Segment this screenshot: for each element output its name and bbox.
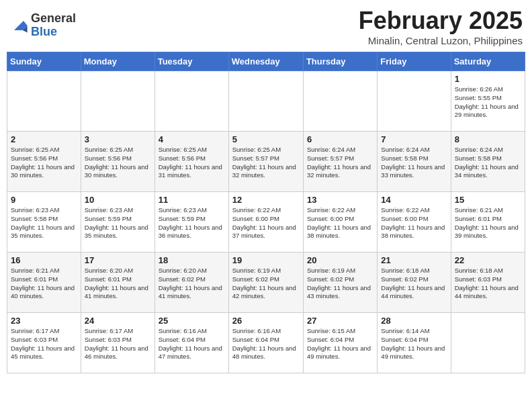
day-number: 2 [11, 134, 77, 144]
day-number: 25 [159, 316, 225, 326]
day-info: Sunrise: 6:20 AM Sunset: 6:02 PM Dayligh… [159, 267, 225, 301]
calendar-cell [451, 313, 525, 373]
day-number: 11 [159, 195, 225, 205]
calendar-cell: 2Sunrise: 6:25 AM Sunset: 5:56 PM Daylig… [7, 132, 81, 192]
location-subtitle: Minalin, Central Luzon, Philippines [359, 35, 523, 46]
calendar-cell [81, 71, 154, 132]
day-number: 3 [85, 134, 151, 144]
week-row-3: 9Sunrise: 6:23 AM Sunset: 5:58 PM Daylig… [7, 192, 525, 253]
calendar-cell: 22Sunrise: 6:18 AM Sunset: 6:03 PM Dayli… [451, 253, 525, 313]
calendar-cell: 7Sunrise: 6:24 AM Sunset: 5:58 PM Daylig… [378, 132, 451, 192]
calendar-cell [378, 71, 451, 132]
calendar-cell: 13Sunrise: 6:22 AM Sunset: 6:00 PM Dayli… [303, 192, 377, 253]
page-header: General Blue February 2025 Minalin, Cent… [7, 7, 525, 46]
calendar-cell: 28Sunrise: 6:14 AM Sunset: 6:04 PM Dayli… [378, 313, 451, 373]
weekday-header-wednesday: Wednesday [228, 52, 303, 71]
week-row-2: 2Sunrise: 6:25 AM Sunset: 5:56 PM Daylig… [7, 132, 525, 192]
day-number: 12 [232, 195, 300, 205]
day-info: Sunrise: 6:23 AM Sunset: 5:59 PM Dayligh… [85, 206, 151, 240]
title-block: February 2025 Minalin, Central Luzon, Ph… [359, 7, 523, 46]
day-info: Sunrise: 6:24 AM Sunset: 5:58 PM Dayligh… [455, 146, 521, 180]
calendar-cell: 5Sunrise: 6:25 AM Sunset: 5:57 PM Daylig… [228, 132, 303, 192]
day-number: 15 [455, 195, 521, 205]
calendar-cell: 9Sunrise: 6:23 AM Sunset: 5:58 PM Daylig… [7, 192, 81, 253]
day-number: 13 [307, 195, 373, 205]
day-info: Sunrise: 6:22 AM Sunset: 6:00 PM Dayligh… [232, 206, 300, 240]
day-number: 4 [159, 134, 225, 144]
day-info: Sunrise: 6:17 AM Sunset: 6:03 PM Dayligh… [11, 327, 77, 361]
calendar-cell: 18Sunrise: 6:20 AM Sunset: 6:02 PM Dayli… [154, 253, 228, 313]
calendar-cell: 4Sunrise: 6:25 AM Sunset: 5:56 PM Daylig… [154, 132, 228, 192]
day-info: Sunrise: 6:20 AM Sunset: 6:01 PM Dayligh… [85, 267, 151, 301]
day-number: 21 [381, 255, 447, 265]
day-number: 5 [232, 134, 300, 144]
weekday-header-friday: Friday [378, 52, 451, 71]
day-info: Sunrise: 6:24 AM Sunset: 5:57 PM Dayligh… [307, 146, 373, 180]
day-info: Sunrise: 6:21 AM Sunset: 6:01 PM Dayligh… [455, 206, 521, 240]
calendar-cell: 16Sunrise: 6:21 AM Sunset: 6:01 PM Dayli… [7, 253, 81, 313]
calendar-cell: 6Sunrise: 6:24 AM Sunset: 5:57 PM Daylig… [303, 132, 377, 192]
weekday-header-sunday: Sunday [7, 52, 81, 71]
calendar-cell: 17Sunrise: 6:20 AM Sunset: 6:01 PM Dayli… [81, 253, 154, 313]
day-info: Sunrise: 6:18 AM Sunset: 6:03 PM Dayligh… [455, 267, 521, 301]
logo-blue-text: Blue [31, 26, 76, 39]
day-number: 9 [11, 195, 77, 205]
calendar-cell: 26Sunrise: 6:16 AM Sunset: 6:04 PM Dayli… [228, 313, 303, 373]
day-number: 8 [455, 134, 521, 144]
day-info: Sunrise: 6:16 AM Sunset: 6:04 PM Dayligh… [232, 327, 300, 361]
calendar-table: SundayMondayTuesdayWednesdayThursdayFrid… [7, 52, 525, 373]
day-info: Sunrise: 6:21 AM Sunset: 6:01 PM Dayligh… [11, 267, 77, 301]
calendar-cell: 27Sunrise: 6:15 AM Sunset: 6:04 PM Dayli… [303, 313, 377, 373]
calendar-cell: 14Sunrise: 6:22 AM Sunset: 6:00 PM Dayli… [378, 192, 451, 253]
day-number: 23 [11, 316, 77, 326]
calendar-cell: 20Sunrise: 6:19 AM Sunset: 6:02 PM Dayli… [303, 253, 377, 313]
week-row-1: 1Sunrise: 6:26 AM Sunset: 5:55 PM Daylig… [7, 71, 525, 132]
day-info: Sunrise: 6:24 AM Sunset: 5:58 PM Dayligh… [381, 146, 447, 180]
weekday-header-tuesday: Tuesday [154, 52, 228, 71]
day-number: 19 [232, 255, 300, 265]
day-number: 26 [232, 316, 300, 326]
week-row-5: 23Sunrise: 6:17 AM Sunset: 6:03 PM Dayli… [7, 313, 525, 373]
weekday-header-saturday: Saturday [451, 52, 525, 71]
day-info: Sunrise: 6:19 AM Sunset: 6:02 PM Dayligh… [307, 267, 373, 301]
calendar-cell: 10Sunrise: 6:23 AM Sunset: 5:59 PM Dayli… [81, 192, 154, 253]
day-number: 17 [85, 255, 151, 265]
day-info: Sunrise: 6:23 AM Sunset: 5:59 PM Dayligh… [159, 206, 225, 240]
calendar-cell [154, 71, 228, 132]
weekday-header-row: SundayMondayTuesdayWednesdayThursdayFrid… [7, 52, 525, 71]
day-info: Sunrise: 6:17 AM Sunset: 6:03 PM Dayligh… [85, 327, 151, 361]
day-info: Sunrise: 6:23 AM Sunset: 5:58 PM Dayligh… [11, 206, 77, 240]
day-number: 27 [307, 316, 373, 326]
day-info: Sunrise: 6:22 AM Sunset: 6:00 PM Dayligh… [381, 206, 447, 240]
day-number: 22 [455, 255, 521, 265]
day-info: Sunrise: 6:25 AM Sunset: 5:57 PM Dayligh… [232, 146, 300, 180]
calendar-cell: 24Sunrise: 6:17 AM Sunset: 6:03 PM Dayli… [81, 313, 154, 373]
weekday-header-thursday: Thursday [303, 52, 377, 71]
day-info: Sunrise: 6:14 AM Sunset: 6:04 PM Dayligh… [381, 327, 447, 361]
day-number: 20 [307, 255, 373, 265]
day-number: 24 [85, 316, 151, 326]
calendar-cell: 23Sunrise: 6:17 AM Sunset: 6:03 PM Dayli… [7, 313, 81, 373]
day-number: 7 [381, 134, 447, 144]
day-info: Sunrise: 6:16 AM Sunset: 6:04 PM Dayligh… [159, 327, 225, 361]
month-title: February 2025 [359, 7, 523, 35]
day-info: Sunrise: 6:19 AM Sunset: 6:02 PM Dayligh… [232, 267, 300, 301]
day-info: Sunrise: 6:25 AM Sunset: 5:56 PM Dayligh… [85, 146, 151, 180]
calendar-cell: 11Sunrise: 6:23 AM Sunset: 5:59 PM Dayli… [154, 192, 228, 253]
week-row-4: 16Sunrise: 6:21 AM Sunset: 6:01 PM Dayli… [7, 253, 525, 313]
day-number: 28 [381, 316, 447, 326]
logo-general-text: General [31, 12, 76, 26]
day-info: Sunrise: 6:25 AM Sunset: 5:56 PM Dayligh… [159, 146, 225, 180]
calendar-cell: 21Sunrise: 6:18 AM Sunset: 6:02 PM Dayli… [378, 253, 451, 313]
logo-icon [9, 16, 28, 35]
day-number: 1 [455, 74, 521, 84]
calendar-cell: 3Sunrise: 6:25 AM Sunset: 5:56 PM Daylig… [81, 132, 154, 192]
day-info: Sunrise: 6:26 AM Sunset: 5:55 PM Dayligh… [455, 85, 521, 120]
calendar-cell [228, 71, 303, 132]
calendar-cell: 12Sunrise: 6:22 AM Sunset: 6:00 PM Dayli… [228, 192, 303, 253]
day-number: 6 [307, 134, 373, 144]
day-info: Sunrise: 6:15 AM Sunset: 6:04 PM Dayligh… [307, 327, 373, 361]
calendar-cell: 25Sunrise: 6:16 AM Sunset: 6:04 PM Dayli… [154, 313, 228, 373]
calendar-cell [7, 71, 81, 132]
calendar-cell: 15Sunrise: 6:21 AM Sunset: 6:01 PM Dayli… [451, 192, 525, 253]
